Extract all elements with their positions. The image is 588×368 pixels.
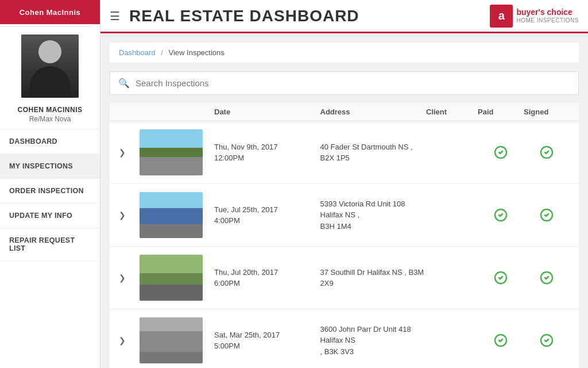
hamburger-icon[interactable]: ☰ — [110, 9, 120, 23]
row-address: 37 Southill Dr Halifax NS , B3M 2X9 — [320, 267, 427, 289]
row-toggle[interactable]: ❯ — [119, 148, 140, 157]
nav-items: DASHBOARDMY INSPECTIONSORDER INSPECTIONU… — [0, 129, 100, 261]
col-image — [140, 108, 214, 116]
logo-box: a — [490, 5, 513, 28]
col-signed: Signed — [524, 108, 570, 116]
col-address: Address — [320, 108, 427, 116]
row-toggle[interactable]: ❯ — [119, 210, 140, 220]
paid-icon — [478, 145, 524, 159]
brand-name: buyer's choice — [516, 8, 579, 17]
avatar-image — [21, 34, 79, 98]
signed-icon — [524, 334, 570, 347]
search-bar: 🔍 — [110, 71, 579, 95]
table-row: ❯ Thu, Jul 20th, 20176:00PM 37 Southill … — [110, 247, 579, 309]
row-toggle[interactable]: ❯ — [119, 336, 140, 345]
table-row: ❯ Thu, Nov 9th, 201712:00PM 40 Fader St … — [110, 121, 579, 184]
row-image — [140, 317, 203, 363]
row-date: Thu, Jul 20th, 20176:00PM — [214, 267, 320, 289]
row-address: 40 Fader St Dartmouth NS , B2X 1P5 — [320, 141, 427, 164]
col-toggle — [119, 108, 140, 116]
logo-area: a buyer's choice HOME INSPECTIONS — [490, 5, 579, 28]
row-date: Tue, Jul 25th, 20174:00PM — [214, 204, 320, 227]
sidebar-item-dashboard[interactable]: DASHBOARD — [0, 129, 100, 154]
logo-letter: a — [498, 9, 505, 22]
sidebar-header: Cohen MacInnis — [0, 0, 100, 24]
paid-icon — [478, 334, 524, 347]
breadcrumb-home[interactable]: Dashboard — [119, 48, 156, 57]
breadcrumb: Dashboard / View Inspections — [110, 43, 579, 63]
row-address: 5393 Victoria Rd Unit 108 Halifax NS ,B3… — [320, 198, 427, 232]
row-image — [140, 129, 203, 175]
sidebar-user-link[interactable]: Cohen MacInnis — [20, 8, 81, 17]
signed-icon — [524, 271, 570, 285]
col-paid: Paid — [478, 108, 524, 116]
breadcrumb-current: View Inspections — [168, 48, 224, 57]
brand-tagline: HOME INSPECTIONS — [516, 17, 579, 24]
signed-icon — [524, 145, 570, 159]
user-company: Re/Max Nova — [29, 115, 71, 123]
sidebar-item-order-inspection[interactable]: ORDER INSPECTION — [0, 179, 100, 204]
topbar: ☰ REAL ESTATE DASHBOARD a buyer's choice… — [100, 0, 588, 33]
sidebar-item-repair-request-list[interactable]: REPAIR REQUEST LIST — [0, 228, 100, 261]
property-image — [140, 192, 203, 238]
paid-icon — [478, 271, 524, 285]
table-header: Date Address Client Paid Signed — [110, 103, 579, 121]
property-image — [140, 129, 203, 175]
search-icon: 🔍 — [118, 78, 130, 89]
search-input[interactable] — [136, 78, 570, 88]
col-client: Client — [426, 108, 478, 116]
sidebar-item-my-inspections[interactable]: MY INSPECTIONS — [0, 154, 100, 179]
content-area: Dashboard / View Inspections 🔍 Date Addr… — [100, 33, 588, 368]
paid-icon — [478, 208, 524, 222]
col-date: Date — [214, 108, 320, 116]
sidebar-item-update-my-info[interactable]: UPDATE MY INFO — [0, 204, 100, 228]
signed-icon — [524, 208, 570, 222]
row-toggle[interactable]: ❯ — [119, 273, 140, 282]
row-image — [140, 192, 203, 238]
inspection-list: ❯ Thu, Nov 9th, 201712:00PM 40 Fader St … — [110, 121, 579, 368]
avatar — [21, 34, 79, 98]
row-date: Thu, Nov 9th, 201712:00PM — [214, 141, 320, 164]
property-image — [140, 255, 203, 301]
logo-text: buyer's choice HOME INSPECTIONS — [516, 8, 579, 23]
breadcrumb-separator: / — [161, 48, 163, 57]
property-image — [140, 317, 203, 363]
page-title: REAL ESTATE DASHBOARD — [129, 7, 490, 25]
row-date: Sat, Mar 25th, 20175:00PM — [214, 329, 320, 352]
row-address: 3600 John Parr Dr Unit 418 Halifax NS, B… — [320, 324, 427, 358]
main-area: ☰ REAL ESTATE DASHBOARD a buyer's choice… — [100, 0, 588, 368]
row-image — [140, 255, 203, 301]
user-name: COHEN MACINNIS — [17, 106, 82, 114]
sidebar: Cohen MacInnis COHEN MACINNIS Re/Max Nov… — [0, 0, 100, 368]
table-row: ❯ Tue, Jul 25th, 20174:00PM 5393 Victori… — [110, 184, 579, 247]
table-row: ❯ Sat, Mar 25th, 20175:00PM 3600 John Pa… — [110, 309, 579, 368]
